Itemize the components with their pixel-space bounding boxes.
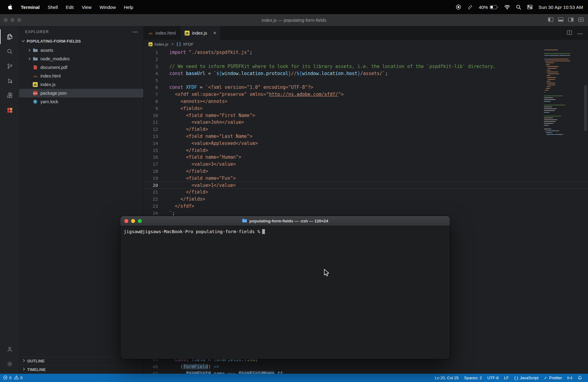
- code-line-23[interactable]: 23 </xfdf>: [144, 203, 588, 210]
- language-mode-status[interactable]: { } JavaScript: [511, 376, 541, 380]
- code-line-21[interactable]: 21 </field>: [144, 189, 588, 196]
- file-row-index.html[interactable]: <>index.html: [19, 72, 143, 80]
- code-line-18[interactable]: 18 </field>: [144, 168, 588, 175]
- toggle-panel-icon[interactable]: [558, 17, 564, 23]
- cursor-position-status[interactable]: Ln 20, Col 25: [432, 376, 461, 380]
- close-window-button[interactable]: [4, 18, 8, 22]
- notifications-bell-icon[interactable]: [575, 376, 585, 380]
- code-line-46[interactable]: 46 (formField) =>: [144, 363, 588, 370]
- tab-index.html[interactable]: <>index.html: [144, 26, 180, 40]
- code-line-5[interactable]: 5: [144, 77, 588, 84]
- line-number: 23: [144, 204, 169, 209]
- code-line-7[interactable]: 7 <xfdf xml:space="preserve" xmlns="http…: [144, 91, 588, 98]
- customize-layout-icon[interactable]: [578, 17, 584, 23]
- encoding-status[interactable]: UTF-8: [484, 376, 501, 380]
- language-label: JavaScript: [520, 376, 538, 380]
- control-center-icon[interactable]: [527, 4, 533, 10]
- editor-more-actions-icon[interactable]: [577, 30, 582, 36]
- code-line-16[interactable]: 16 <field name="Human">: [144, 154, 588, 161]
- file-label: index.html: [40, 74, 61, 78]
- terminal-titlebar[interactable]: populating-form-fields — -zsh — 120×24: [120, 216, 450, 226]
- toggle-sidebar-icon[interactable]: [548, 17, 553, 23]
- battery-icon: [490, 5, 498, 9]
- code-line-24[interactable]: 24`;: [144, 210, 588, 217]
- menu-bar-clock[interactable]: Sun 30 Apr 10:53 AM: [538, 5, 583, 10]
- workspace-section-header[interactable]: POPULATING-FORM-FIELDS: [19, 37, 143, 45]
- file-row-yarn.lock[interactable]: Yyarn.lock: [19, 97, 143, 106]
- problems-indicator[interactable]: 0 0: [3, 375, 22, 381]
- code-line-22[interactable]: 22 </fields>: [144, 196, 588, 203]
- keystroke-dots-icon[interactable]: [467, 4, 473, 10]
- code-line-1[interactable]: 1import "./assets/pspdfkit.js";: [144, 49, 588, 56]
- code-line-10[interactable]: 10 <field name="First Name">: [144, 112, 588, 119]
- apple-logo-icon[interactable]: [5, 4, 17, 10]
- file-row-node_modules[interactable]: node_modules: [19, 55, 143, 63]
- menu-help[interactable]: Help: [120, 5, 137, 10]
- accounts-icon[interactable]: [0, 342, 19, 357]
- toggle-secondary-sidebar-icon[interactable]: [568, 17, 574, 23]
- code-line-17[interactable]: 17 <value>3</value>: [144, 161, 588, 168]
- tab-label: index.html: [156, 31, 176, 36]
- explorer-icon[interactable]: [0, 29, 19, 44]
- wifi-icon[interactable]: [504, 5, 510, 9]
- code-line-9[interactable]: 9 <fields>: [144, 105, 588, 112]
- menu-shell[interactable]: Shell: [43, 5, 62, 10]
- search-icon[interactable]: [0, 44, 19, 59]
- code-line-11[interactable]: 11 <value>John</value>: [144, 119, 588, 126]
- file-row-package.json[interactable]: npmpackage.json: [19, 89, 143, 97]
- editor-scrollbar[interactable]: [584, 85, 587, 131]
- terminal-zoom-button[interactable]: [138, 219, 142, 223]
- extension-colored-icon[interactable]: [0, 103, 19, 118]
- line-content: <annots></annots>: [169, 99, 588, 104]
- spotlight-search-icon[interactable]: [516, 5, 521, 10]
- menu-window[interactable]: Window: [96, 5, 120, 10]
- line-content: </field>: [169, 168, 588, 174]
- vscode-titlebar[interactable]: index.js — populating-form-fields: [0, 14, 588, 26]
- breadcrumb-item-index.js[interactable]: JSindex.js: [149, 42, 168, 47]
- menu-edit[interactable]: Edit: [62, 5, 78, 10]
- battery-status[interactable]: 40%: [479, 5, 498, 10]
- sidebar-section-timeline[interactable]: TIMELINE: [19, 365, 143, 374]
- terminal-minimize-button[interactable]: [131, 219, 135, 223]
- code-line-12[interactable]: 12 </field>: [144, 126, 588, 133]
- file-row-index.js[interactable]: JSindex.js: [19, 80, 143, 89]
- code-line-8[interactable]: 8 <annots></annots>: [144, 98, 588, 105]
- extensions-icon[interactable]: [0, 88, 19, 103]
- formatter-status[interactable]: ✓ Prettier: [541, 376, 565, 380]
- file-label: node_modules: [40, 56, 70, 61]
- breadcrumb-item-xfdf[interactable]: XFDF: [176, 42, 194, 47]
- split-editor-icon[interactable]: [567, 30, 572, 36]
- code-line-13[interactable]: 13 <field name="Last Name">: [144, 133, 588, 140]
- screen-recording-icon[interactable]: [456, 4, 461, 10]
- code-line-6[interactable]: 6const XFDF = `<?xml version="1.0" encod…: [144, 84, 588, 91]
- code-line-20[interactable]: 20 <value>1</value>: [144, 182, 588, 189]
- file-row-document.pdf[interactable]: document.pdf: [19, 63, 143, 72]
- file-row-assets[interactable]: assets: [19, 46, 143, 55]
- source-control-icon[interactable]: [0, 59, 19, 74]
- code-line-2[interactable]: 2: [144, 56, 588, 63]
- minimize-window-button[interactable]: [10, 18, 14, 22]
- run-and-debug-icon[interactable]: [0, 74, 19, 88]
- macos-menu-bar: Terminal ShellEditViewWindowHelp 40% Sun…: [0, 0, 588, 14]
- explorer-more-actions-icon[interactable]: [133, 31, 138, 33]
- menu-view[interactable]: View: [78, 5, 96, 10]
- active-app-menu[interactable]: Terminal: [17, 5, 43, 10]
- broadcast-icon[interactable]: [565, 376, 575, 380]
- code-line-15[interactable]: 15 </field>: [144, 147, 588, 154]
- code-line-47[interactable]: 47 formField.name === formFieldName.ff: [144, 370, 588, 374]
- breadcrumb-label: XFDF: [183, 42, 194, 47]
- code-line-14[interactable]: 14 <value>Appleseed</value>: [144, 140, 588, 147]
- code-line-4[interactable]: 4const baseUrl = `${window.location.prot…: [144, 70, 588, 77]
- tab-index.js[interactable]: JSindex.js×: [180, 26, 221, 40]
- indentation-status[interactable]: Spaces: 2: [461, 376, 484, 380]
- code-line-19[interactable]: 19 <field name="Fun">: [144, 175, 588, 182]
- terminal-close-button[interactable]: [124, 219, 128, 223]
- eol-status[interactable]: LF: [501, 376, 511, 380]
- terminal-content[interactable]: jigsaw@jigsaws-MacBook-Pro populating-fo…: [120, 226, 450, 359]
- close-tab-icon[interactable]: ×: [213, 30, 216, 36]
- line-number: 24: [144, 211, 169, 216]
- manage-settings-icon[interactable]: [0, 357, 19, 371]
- zoom-window-button[interactable]: [17, 18, 21, 22]
- code-line-3[interactable]: 3// We need to inform PSPDFKit where to …: [144, 63, 588, 70]
- minimap[interactable]: [544, 49, 570, 135]
